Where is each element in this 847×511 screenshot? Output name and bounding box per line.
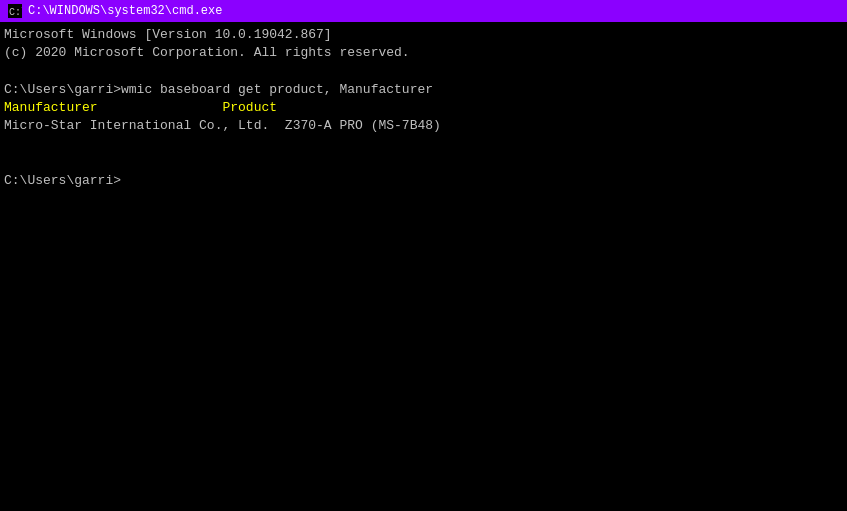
header-line: Manufacturer Product	[4, 99, 843, 117]
prompt-line: C:\Users\garri>	[4, 172, 843, 190]
win-version-line: Microsoft Windows [Version 10.0.19042.86…	[4, 26, 843, 44]
command-line: C:\Users\garri>wmic baseboard get produc…	[4, 81, 843, 99]
title-bar-text: C:\WINDOWS\system32\cmd.exe	[28, 4, 839, 18]
blank-line-3	[4, 153, 843, 171]
blank-line-2	[4, 135, 843, 153]
title-bar[interactable]: C:\ C:\WINDOWS\system32\cmd.exe	[0, 0, 847, 22]
cmd-window: C:\ C:\WINDOWS\system32\cmd.exe Microsof…	[0, 0, 847, 511]
terminal-body[interactable]: Microsoft Windows [Version 10.0.19042.86…	[0, 22, 847, 511]
blank-line-1	[4, 62, 843, 80]
copyright-line: (c) 2020 Microsoft Corporation. All righ…	[4, 44, 843, 62]
cmd-icon: C:\	[8, 4, 22, 18]
svg-text:C:\: C:\	[9, 7, 22, 18]
result-line: Micro-Star International Co., Ltd. Z370-…	[4, 117, 843, 135]
